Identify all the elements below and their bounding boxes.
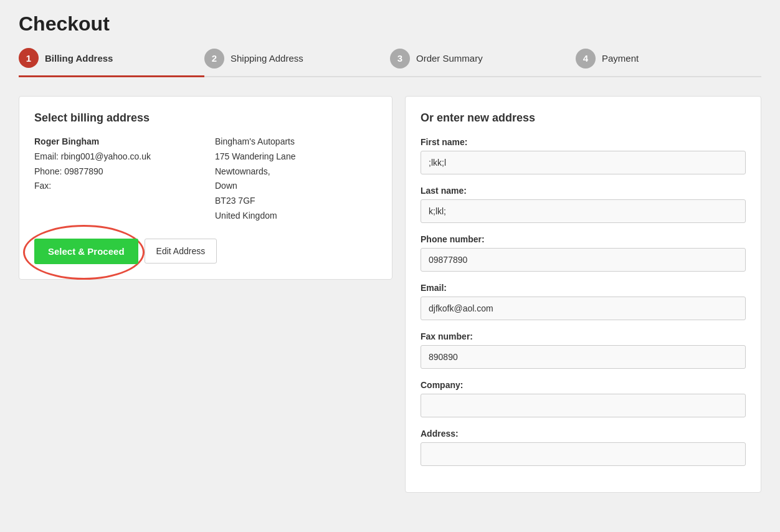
company-label: Company:: [421, 380, 746, 390]
select-proceed-button[interactable]: Select & Proceed: [34, 239, 138, 264]
step-label-payment: Payment: [602, 53, 639, 64]
address-right: Bingham's Autoparts 175 Wandering Lane N…: [215, 135, 377, 224]
company-name: Bingham's Autoparts: [215, 135, 377, 150]
step-number-2: 2: [204, 49, 224, 69]
new-address-title: Or enter new address: [421, 112, 746, 125]
contact-name: Roger Bingham: [34, 136, 99, 146]
steps-bar: 1 Billing Address 2 Shipping Address 3 O…: [19, 48, 761, 77]
edit-address-button[interactable]: Edit Address: [145, 239, 217, 264]
fax-input[interactable]: [421, 345, 746, 369]
address-label: Address:: [421, 429, 746, 439]
fax-label: Fax number:: [421, 331, 746, 341]
fax-line: Fax:: [34, 179, 196, 194]
first-name-label: First name:: [421, 137, 746, 147]
address-group: Address:: [421, 429, 746, 466]
first-name-group: First name:: [421, 137, 746, 174]
address-info: Roger Bingham Email: rbing001@yahoo.co.u…: [34, 135, 377, 224]
email-label: Email:: [421, 283, 746, 293]
phone-line: Phone: 09877890: [34, 164, 196, 179]
step-number-3: 3: [390, 49, 410, 69]
address-line1: 175 Wandering Lane: [215, 150, 377, 164]
company-input[interactable]: [421, 394, 746, 417]
step-billing[interactable]: 1 Billing Address: [19, 48, 204, 77]
step-payment[interactable]: 4 Payment: [576, 49, 761, 76]
address-input[interactable]: [421, 442, 746, 466]
main-content: Select billing address Roger Bingham Ema…: [19, 96, 761, 493]
email-input[interactable]: [421, 297, 746, 320]
fax-group: Fax number:: [421, 331, 746, 369]
left-panel: Select billing address Roger Bingham Ema…: [19, 96, 392, 493]
step-shipping[interactable]: 2 Shipping Address: [204, 49, 390, 76]
last-name-input[interactable]: [421, 199, 746, 223]
billing-section-title: Select billing address: [34, 112, 377, 125]
step-label-order: Order Summary: [416, 53, 483, 64]
right-panel: Or enter new address First name: Last na…: [405, 96, 761, 493]
last-name-label: Last name:: [421, 186, 746, 196]
button-row: Select & Proceed Edit Address: [34, 239, 377, 264]
last-name-group: Last name:: [421, 186, 746, 223]
email-value: rbing001@yahoo.co.uk: [61, 151, 151, 161]
address-line2: Newtownards,: [215, 164, 377, 179]
address-left: Roger Bingham Email: rbing001@yahoo.co.u…: [34, 135, 196, 224]
phone-group: Phone number:: [421, 234, 746, 272]
step-number-1: 1: [19, 48, 39, 68]
phone-value: 09877890: [64, 166, 103, 176]
billing-address-card: Select billing address Roger Bingham Ema…: [19, 96, 392, 280]
step-label-shipping: Shipping Address: [231, 53, 303, 64]
address-line3: Down: [215, 179, 377, 194]
first-name-input[interactable]: [421, 151, 746, 174]
email-line: Email: rbing001@yahoo.co.uk: [34, 150, 196, 164]
step-order-summary[interactable]: 3 Order Summary: [390, 49, 576, 76]
phone-input[interactable]: [421, 248, 746, 272]
address-line4: BT23 7GF: [215, 194, 377, 209]
address-line5: United Kingdom: [215, 209, 377, 224]
step-label-billing: Billing Address: [45, 53, 113, 64]
page-title: Checkout: [19, 12, 761, 36]
company-group: Company:: [421, 380, 746, 417]
step-number-4: 4: [576, 49, 596, 69]
email-group: Email:: [421, 283, 746, 320]
phone-label: Phone number:: [421, 234, 746, 244]
